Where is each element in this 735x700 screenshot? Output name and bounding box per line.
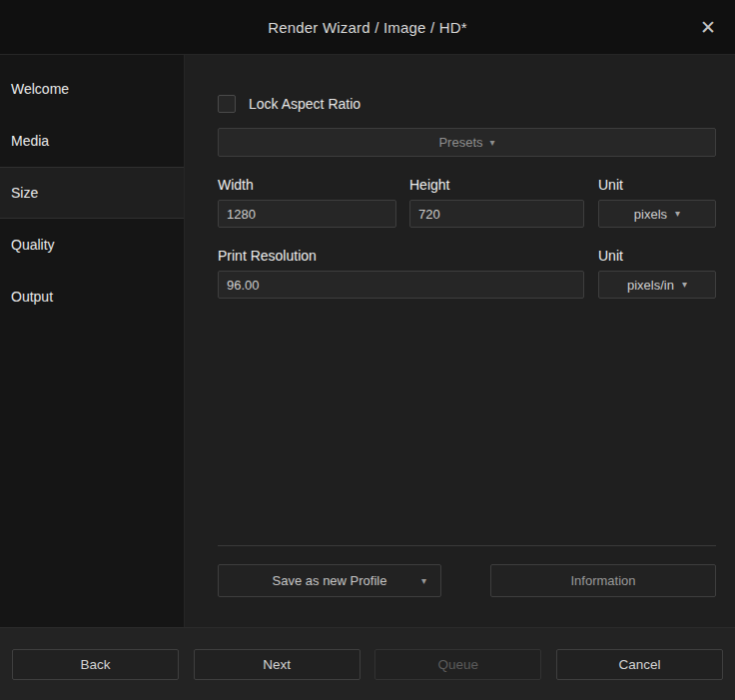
- lock-aspect-ratio-row: Lock Aspect Ratio: [218, 95, 716, 113]
- print-resolution-input[interactable]: [218, 271, 584, 299]
- height-label: Height: [409, 177, 584, 193]
- presets-label: Presets: [438, 135, 482, 150]
- print-resolution-group: Print Resolution: [218, 248, 584, 299]
- information-button[interactable]: Information: [490, 564, 716, 597]
- title-bar: Render Wizard / Image / HD* ✕: [0, 0, 735, 55]
- size-settings-panel: Lock Aspect Ratio Presets ▾ Width Height…: [185, 55, 735, 627]
- width-label: Width: [218, 177, 396, 193]
- print-resolution-row: Print Resolution Unit pixels/in ▾: [218, 248, 716, 299]
- save-as-new-profile-label: Save as new Profile: [273, 573, 387, 588]
- size-unit-value: pixels: [634, 207, 667, 222]
- cancel-button[interactable]: Cancel: [556, 649, 723, 680]
- close-icon[interactable]: ✕: [693, 12, 723, 42]
- cancel-button-label: Cancel: [618, 657, 660, 672]
- dimensions-row: Width Height Unit pixels ▾: [218, 177, 716, 228]
- chevron-down-icon: ▾: [490, 138, 495, 148]
- back-button-label: Back: [80, 657, 110, 672]
- wizard-footer: Back Next Queue Cancel: [0, 627, 735, 700]
- resolution-unit-value: pixels/in: [627, 278, 674, 293]
- wizard-steps-sidebar: Welcome Media Size Quality Output: [0, 55, 185, 627]
- next-button[interactable]: Next: [194, 649, 361, 680]
- sidebar-item-label: Quality: [11, 237, 55, 253]
- sidebar-item-welcome[interactable]: Welcome: [0, 63, 184, 115]
- profile-buttons-row: Save as new Profile ▾ Information: [218, 564, 716, 597]
- wizard-body: Welcome Media Size Quality Output Lock A…: [0, 55, 735, 627]
- information-label: Information: [570, 573, 635, 588]
- sidebar-item-label: Media: [11, 133, 49, 149]
- sidebar-item-size[interactable]: Size: [0, 167, 184, 219]
- queue-button: Queue: [374, 649, 541, 680]
- resolution-unit-label: Unit: [598, 248, 716, 264]
- sidebar-item-quality[interactable]: Quality: [0, 219, 184, 271]
- window-title: Render Wizard / Image / HD*: [268, 19, 467, 36]
- size-unit-label: Unit: [598, 177, 716, 193]
- resolution-unit-group: Unit pixels/in ▾: [598, 248, 716, 299]
- sidebar-item-output[interactable]: Output: [0, 271, 184, 323]
- size-unit-group: Unit pixels ▾: [598, 177, 716, 228]
- sidebar-item-media[interactable]: Media: [0, 115, 184, 167]
- presets-dropdown-button[interactable]: Presets ▾: [218, 128, 716, 157]
- width-input[interactable]: [218, 200, 396, 228]
- profile-section: Save as new Profile ▾ Information: [218, 545, 716, 597]
- divider: [218, 545, 716, 546]
- resolution-unit-dropdown[interactable]: pixels/in ▾: [598, 271, 716, 299]
- sidebar-item-label: Output: [11, 289, 53, 305]
- size-unit-dropdown[interactable]: pixels ▾: [598, 200, 716, 228]
- height-field-group: Height: [409, 177, 584, 228]
- chevron-down-icon: ▾: [682, 280, 687, 290]
- width-field-group: Width: [218, 177, 396, 228]
- queue-button-label: Queue: [438, 657, 479, 672]
- save-as-new-profile-button[interactable]: Save as new Profile ▾: [218, 564, 441, 597]
- lock-aspect-ratio-label: Lock Aspect Ratio: [249, 96, 361, 112]
- chevron-down-icon: ▾: [421, 576, 426, 586]
- next-button-label: Next: [263, 657, 291, 672]
- chevron-down-icon: ▾: [675, 209, 680, 219]
- back-button[interactable]: Back: [12, 649, 179, 680]
- sidebar-item-label: Welcome: [11, 81, 69, 97]
- print-resolution-label: Print Resolution: [218, 248, 584, 264]
- lock-aspect-ratio-checkbox[interactable]: [218, 95, 236, 113]
- height-input[interactable]: [409, 200, 584, 228]
- sidebar-item-label: Size: [11, 185, 38, 201]
